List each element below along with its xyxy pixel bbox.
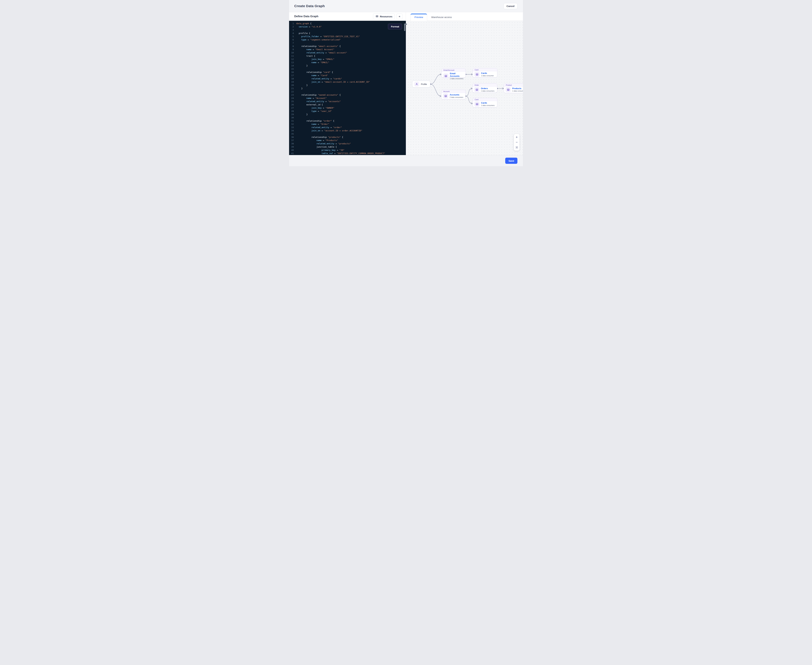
code-line[interactable]: 11trait {	[289, 54, 406, 57]
code-line[interactable]: 34join_on = "account.ID = order.ACCOUNTI…	[289, 129, 406, 132]
code-line[interactable]: 32name = "Order"	[289, 123, 406, 126]
tab-warehouse-access[interactable]: Warehouse access	[427, 14, 456, 21]
line-number: 24	[289, 97, 296, 100]
code-line[interactable]: 13name = "EMAIL"	[289, 61, 406, 64]
code-line[interactable]: 23relationship "owned-accounts" {	[289, 93, 406, 97]
profile-icon	[415, 82, 419, 86]
code-line[interactable]: 37name = "Products"	[289, 139, 406, 142]
code-line[interactable]: 6type = "segment:unmaterialized"	[289, 38, 406, 41]
code-line[interactable]: 36relationship "products" {	[289, 136, 406, 139]
code-line[interactable]: 27join_key = "OWNER"	[289, 106, 406, 110]
line-number: 8	[289, 45, 296, 48]
code-line[interactable]: 39junction_table {	[289, 145, 406, 149]
code-line[interactable]: 12join_key = "EMAIL"	[289, 57, 406, 61]
code-line[interactable]: 40primary_key = "ID"	[289, 149, 406, 152]
code-line[interactable]: 33related_entity = "order"	[289, 126, 406, 129]
editor-panel-header: Define Data Graph Resources «	[289, 12, 406, 21]
fit-view-button[interactable]	[514, 145, 520, 150]
line-number: 26	[289, 103, 296, 106]
node-subtitle: 1 data consumers	[481, 90, 494, 92]
code-text: relationship "order" {	[296, 120, 335, 123]
graph-node-product[interactable]: ProductProducts1 data consumer	[504, 84, 523, 93]
code-line[interactable]: 4profile {	[289, 32, 406, 35]
code-text: profile_folder = "ENTITIES.ENTITY_E2E_TE…	[296, 35, 360, 38]
graph-node-email-account[interactable]: Email AccountEmail Accounts1 data consum…	[441, 69, 466, 78]
code-line[interactable]: 25related_entity = "accounts"	[289, 100, 406, 103]
code-line[interactable]: 16relationship "card" {	[289, 70, 406, 74]
panel-splitter-handle[interactable]	[405, 23, 407, 25]
line-number: 38	[289, 142, 296, 145]
code-line[interactable]: 29}	[289, 113, 406, 116]
resources-button[interactable]: Resources	[373, 13, 395, 19]
code-text: join_key = "EMAIL"	[296, 57, 335, 61]
code-line[interactable]: 20}	[289, 84, 406, 87]
code-line[interactable]: 22	[289, 90, 406, 93]
code-line[interactable]: 9name = "Email Account"	[289, 48, 406, 51]
minus-icon: −	[516, 141, 518, 144]
graph-canvas[interactable]: ProfileEmail AccountEmail Accounts1 data…	[406, 21, 523, 155]
node-group-label: Card	[473, 98, 497, 101]
node-group-label: Order	[472, 84, 497, 87]
graph-node-card-bottom[interactable]: CardCards1 data consumers	[472, 98, 497, 107]
code-line[interactable]: 21}	[289, 87, 406, 90]
sub-header: Define Data Graph Resources «	[289, 12, 523, 21]
edge-accounts-to-cards	[466, 96, 472, 103]
table-icon	[443, 74, 448, 79]
node-title[interactable]: Email Accounts	[450, 72, 464, 77]
line-number: 14	[289, 64, 296, 67]
code-line[interactable]: 5profile_folder = "ENTITIES.ENTITY_E2E_T…	[289, 35, 406, 38]
code-line[interactable]: 18related_entity = "cards"	[289, 77, 406, 80]
zoom-out-button[interactable]: −	[514, 140, 520, 145]
line-number: 6	[289, 38, 296, 41]
line-number: 27	[289, 106, 296, 110]
code-line[interactable]: 17name = "Card"	[289, 74, 406, 77]
code-text: join_on = "email-account.ID = card.ACCOU…	[296, 80, 370, 84]
node-subtitle: 1 data consumers	[450, 78, 464, 80]
node-subtitle: 1 data consumers	[481, 105, 494, 106]
code-line[interactable]: 10related_entity = "email-account"	[289, 51, 406, 54]
graph-node-order[interactable]: OrderOrders1 data consumers	[472, 84, 497, 93]
code-line[interactable]: 35	[289, 132, 406, 136]
graph-node-card-top[interactable]: CardCards1 data consumer	[472, 68, 497, 77]
code-line[interactable]: 38related_entity = "products"	[289, 142, 406, 145]
code-text: external_id {	[296, 103, 323, 106]
code-line[interactable]: 19join_on = "email-account.ID = card.ACC…	[289, 80, 406, 84]
tab-preview[interactable]: Preview	[410, 14, 427, 21]
code-text: related_entity = "products"	[296, 142, 351, 145]
code-line[interactable]: 28type = "user_id"	[289, 110, 406, 113]
code-text: primary_key = "ID"	[296, 149, 344, 152]
line-number: 28	[289, 110, 296, 113]
line-number: 15	[289, 67, 296, 70]
code-line[interactable]: 7	[289, 41, 406, 45]
footer-bar: Save	[289, 155, 523, 166]
node-title[interactable]: Cards	[481, 102, 494, 104]
node-group-label: Product	[504, 84, 523, 87]
node-title[interactable]: Products	[512, 87, 523, 90]
format-button[interactable]: Format	[388, 24, 402, 29]
code-text: type = "user_id"	[296, 110, 332, 113]
collapse-panel-button[interactable]: «	[397, 13, 402, 19]
cancel-button[interactable]: Cancel	[504, 3, 517, 9]
node-title[interactable]: Cards	[481, 72, 494, 75]
code-line[interactable]: 41table_ref = "ENTITIES.ENTITY_COMMON.OR…	[289, 152, 406, 155]
code-text: related_entity = "email-account"	[296, 51, 347, 54]
save-button[interactable]: Save	[505, 158, 517, 164]
code-line[interactable]: 8relationship "email-accounts" {	[289, 45, 406, 48]
code-line[interactable]: 31relationship "order" {	[289, 120, 406, 123]
edge-profile-to-account	[430, 84, 441, 96]
code-line[interactable]: 14}	[289, 64, 406, 67]
line-number: 37	[289, 139, 296, 142]
line-number: 41	[289, 152, 296, 155]
line-number: 31	[289, 120, 296, 123]
graph-node-profile[interactable]: Profile	[412, 81, 430, 87]
code-line[interactable]: 30	[289, 116, 406, 120]
code-line[interactable]: 15	[289, 67, 406, 70]
code-line[interactable]: 26external_id {	[289, 103, 406, 106]
code-text: table_ref = "ENTITIES.ENTITY_COMMON.ORDE…	[296, 152, 385, 155]
code-line[interactable]: 24name = "Account"	[289, 97, 406, 100]
node-title[interactable]: Orders	[481, 87, 494, 90]
node-title[interactable]: Accounts	[450, 93, 463, 96]
graph-node-account[interactable]: AccountAccounts2 data consumers	[441, 90, 466, 99]
code-editor[interactable]: Format 1data_graph {2version = "v1.0.0"3…	[289, 21, 406, 155]
zoom-in-button[interactable]: +	[514, 135, 520, 140]
